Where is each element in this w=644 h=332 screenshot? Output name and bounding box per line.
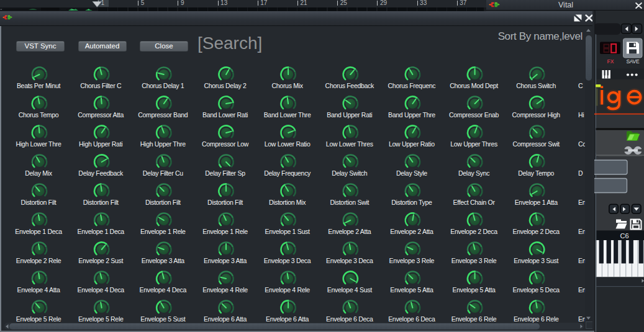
svg-text:SAVE: SAVE — [627, 58, 640, 65]
svg-text:FX: FX — [607, 58, 614, 65]
svg-text:C6: C6 — [620, 232, 629, 240]
